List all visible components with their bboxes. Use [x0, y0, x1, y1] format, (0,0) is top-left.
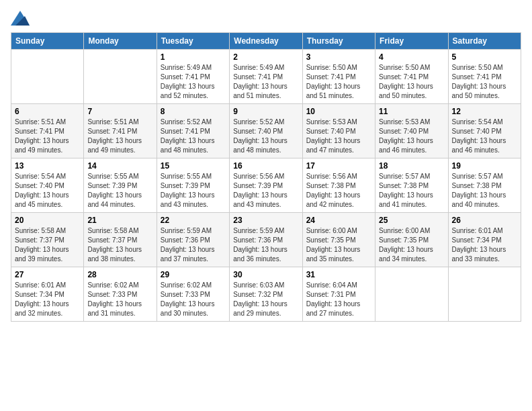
calendar-cell: 17Sunrise: 5:56 AM Sunset: 7:38 PM Dayli…: [302, 158, 375, 213]
day-number: 2: [233, 52, 298, 62]
day-number: 6: [15, 107, 80, 116]
day-number: 1: [161, 52, 226, 62]
day-number: 18: [379, 161, 444, 171]
calendar-cell: 31Sunrise: 6:04 AM Sunset: 7:31 PM Dayli…: [302, 267, 375, 322]
day-number: 14: [87, 161, 152, 171]
day-number: 26: [452, 216, 517, 225]
day-number: 20: [15, 216, 80, 225]
calendar-cell: 18Sunrise: 5:57 AM Sunset: 7:38 PM Dayli…: [375, 158, 448, 213]
day-number: 12: [452, 107, 517, 116]
day-number: 17: [306, 161, 371, 171]
day-content: Sunrise: 5:53 AM Sunset: 7:40 PM Dayligh…: [306, 118, 371, 155]
day-content: Sunrise: 5:57 AM Sunset: 7:38 PM Dayligh…: [379, 172, 444, 210]
day-content: Sunrise: 5:58 AM Sunset: 7:37 PM Dayligh…: [87, 226, 152, 264]
day-number: 4: [379, 52, 444, 62]
calendar-cell: 28Sunrise: 6:02 AM Sunset: 7:33 PM Dayli…: [84, 267, 157, 322]
weekday-header: Monday: [84, 33, 157, 50]
calendar-cell: 30Sunrise: 6:03 AM Sunset: 7:32 PM Dayli…: [230, 267, 302, 322]
weekday-header: Wednesday: [230, 33, 302, 50]
day-number: 3: [306, 52, 371, 62]
day-number: 24: [306, 216, 371, 225]
day-content: Sunrise: 5:54 AM Sunset: 7:40 PM Dayligh…: [15, 172, 80, 210]
day-content: Sunrise: 5:56 AM Sunset: 7:39 PM Dayligh…: [233, 172, 298, 210]
calendar-cell: 8Sunrise: 5:52 AM Sunset: 7:41 PM Daylig…: [157, 104, 229, 158]
logo-icon: [11, 11, 30, 26]
weekday-header: Sunday: [11, 33, 84, 50]
day-number: 5: [452, 52, 517, 62]
calendar-cell: 14Sunrise: 5:55 AM Sunset: 7:39 PM Dayli…: [84, 158, 157, 213]
weekday-header: Friday: [375, 33, 448, 50]
day-content: Sunrise: 6:04 AM Sunset: 7:31 PM Dayligh…: [306, 281, 371, 318]
calendar-cell: 11Sunrise: 5:53 AM Sunset: 7:40 PM Dayli…: [375, 104, 448, 158]
calendar-cell: 13Sunrise: 5:54 AM Sunset: 7:40 PM Dayli…: [11, 158, 84, 213]
calendar-cell: 16Sunrise: 5:56 AM Sunset: 7:39 PM Dayli…: [230, 158, 302, 213]
day-content: Sunrise: 5:51 AM Sunset: 7:41 PM Dayligh…: [15, 118, 80, 155]
day-content: Sunrise: 5:55 AM Sunset: 7:39 PM Dayligh…: [87, 172, 152, 210]
calendar-cell: 7Sunrise: 5:51 AM Sunset: 7:41 PM Daylig…: [84, 104, 157, 158]
calendar-cell: 3Sunrise: 5:50 AM Sunset: 7:41 PM Daylig…: [302, 50, 375, 104]
calendar-cell: 25Sunrise: 6:00 AM Sunset: 7:35 PM Dayli…: [375, 213, 448, 267]
day-content: Sunrise: 5:54 AM Sunset: 7:40 PM Dayligh…: [452, 118, 517, 155]
calendar-week-row: 13Sunrise: 5:54 AM Sunset: 7:40 PM Dayli…: [11, 158, 521, 213]
day-content: Sunrise: 5:52 AM Sunset: 7:40 PM Dayligh…: [233, 118, 298, 155]
calendar-cell: 29Sunrise: 6:02 AM Sunset: 7:33 PM Dayli…: [157, 267, 229, 322]
day-content: Sunrise: 5:52 AM Sunset: 7:41 PM Dayligh…: [161, 118, 226, 155]
day-content: Sunrise: 5:51 AM Sunset: 7:41 PM Dayligh…: [87, 118, 152, 155]
calendar-cell: 5Sunrise: 5:50 AM Sunset: 7:41 PM Daylig…: [448, 50, 521, 104]
day-content: Sunrise: 5:53 AM Sunset: 7:40 PM Dayligh…: [379, 118, 444, 155]
day-content: Sunrise: 6:00 AM Sunset: 7:35 PM Dayligh…: [379, 226, 444, 264]
calendar-header: SundayMondayTuesdayWednesdayThursdayFrid…: [11, 33, 521, 50]
day-content: Sunrise: 6:02 AM Sunset: 7:33 PM Dayligh…: [87, 281, 152, 318]
day-number: 23: [233, 216, 298, 225]
day-content: Sunrise: 6:03 AM Sunset: 7:32 PM Dayligh…: [233, 281, 298, 318]
day-number: 15: [161, 161, 226, 171]
day-content: Sunrise: 5:49 AM Sunset: 7:41 PM Dayligh…: [161, 63, 226, 101]
calendar-cell: 20Sunrise: 5:58 AM Sunset: 7:37 PM Dayli…: [11, 213, 84, 267]
day-content: Sunrise: 5:58 AM Sunset: 7:37 PM Dayligh…: [15, 226, 80, 264]
weekday-header: Thursday: [302, 33, 375, 50]
weekday-header: Saturday: [448, 33, 521, 50]
calendar-cell: 19Sunrise: 5:57 AM Sunset: 7:38 PM Dayli…: [448, 158, 521, 213]
calendar-cell: 4Sunrise: 5:50 AM Sunset: 7:41 PM Daylig…: [375, 50, 448, 104]
day-number: 11: [379, 107, 444, 116]
page-header: [11, 11, 521, 26]
calendar-week-row: 6Sunrise: 5:51 AM Sunset: 7:41 PM Daylig…: [11, 104, 521, 158]
calendar-cell: [448, 267, 521, 322]
day-number: 9: [233, 107, 298, 116]
day-content: Sunrise: 5:59 AM Sunset: 7:36 PM Dayligh…: [233, 226, 298, 264]
calendar-cell: [375, 267, 448, 322]
day-content: Sunrise: 5:56 AM Sunset: 7:38 PM Dayligh…: [306, 172, 371, 210]
day-number: 30: [233, 270, 298, 279]
day-content: Sunrise: 5:50 AM Sunset: 7:41 PM Dayligh…: [306, 63, 371, 101]
calendar-cell: 23Sunrise: 5:59 AM Sunset: 7:36 PM Dayli…: [230, 213, 302, 267]
day-number: 16: [233, 161, 298, 171]
calendar-cell: 10Sunrise: 5:53 AM Sunset: 7:40 PM Dayli…: [302, 104, 375, 158]
calendar-week-row: 1Sunrise: 5:49 AM Sunset: 7:41 PM Daylig…: [11, 50, 521, 104]
calendar-cell: 12Sunrise: 5:54 AM Sunset: 7:40 PM Dayli…: [448, 104, 521, 158]
day-number: 8: [161, 107, 226, 116]
calendar-cell: 24Sunrise: 6:00 AM Sunset: 7:35 PM Dayli…: [302, 213, 375, 267]
calendar-cell: 6Sunrise: 5:51 AM Sunset: 7:41 PM Daylig…: [11, 104, 84, 158]
day-number: 7: [87, 107, 152, 116]
day-content: Sunrise: 5:55 AM Sunset: 7:39 PM Dayligh…: [161, 172, 226, 210]
day-content: Sunrise: 5:50 AM Sunset: 7:41 PM Dayligh…: [452, 63, 517, 101]
day-content: Sunrise: 5:57 AM Sunset: 7:38 PM Dayligh…: [452, 172, 517, 210]
day-number: 25: [379, 216, 444, 225]
calendar-week-row: 27Sunrise: 6:01 AM Sunset: 7:34 PM Dayli…: [11, 267, 521, 322]
calendar-table: SundayMondayTuesdayWednesdayThursdayFrid…: [11, 32, 521, 322]
weekday-header: Tuesday: [157, 33, 229, 50]
calendar-week-row: 20Sunrise: 5:58 AM Sunset: 7:37 PM Dayli…: [11, 213, 521, 267]
calendar-cell: [11, 50, 84, 104]
day-content: Sunrise: 5:50 AM Sunset: 7:41 PM Dayligh…: [379, 63, 444, 101]
day-content: Sunrise: 6:00 AM Sunset: 7:35 PM Dayligh…: [306, 226, 371, 264]
day-content: Sunrise: 5:59 AM Sunset: 7:36 PM Dayligh…: [161, 226, 226, 264]
calendar-cell: 27Sunrise: 6:01 AM Sunset: 7:34 PM Dayli…: [11, 267, 84, 322]
calendar-cell: [84, 50, 157, 104]
day-content: Sunrise: 6:01 AM Sunset: 7:34 PM Dayligh…: [452, 226, 517, 264]
weekday-row: SundayMondayTuesdayWednesdayThursdayFrid…: [11, 33, 521, 50]
calendar-cell: 1Sunrise: 5:49 AM Sunset: 7:41 PM Daylig…: [157, 50, 229, 104]
day-content: Sunrise: 6:01 AM Sunset: 7:34 PM Dayligh…: [15, 281, 80, 318]
day-number: 31: [306, 270, 371, 279]
calendar-body: 1Sunrise: 5:49 AM Sunset: 7:41 PM Daylig…: [11, 50, 521, 322]
calendar-cell: 2Sunrise: 5:49 AM Sunset: 7:41 PM Daylig…: [230, 50, 302, 104]
